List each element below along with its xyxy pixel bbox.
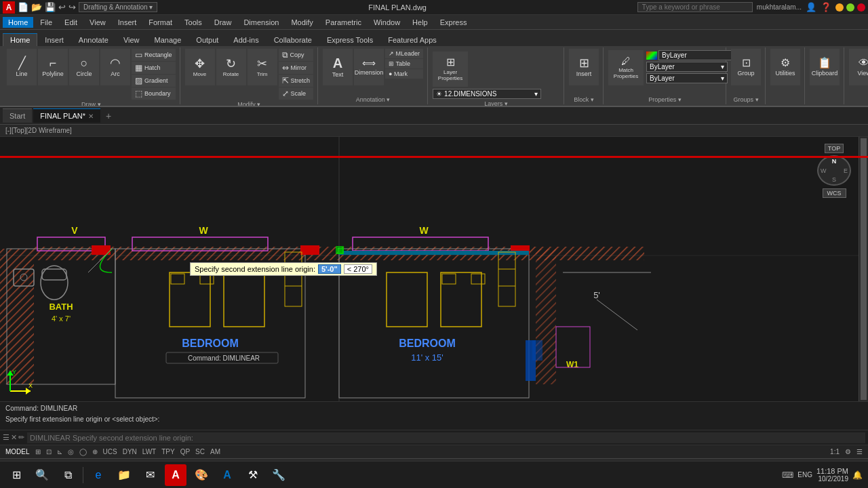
polar-button[interactable]: ◎: [68, 448, 74, 455]
boundary-button[interactable]: ⬚Boundary: [132, 87, 176, 100]
mail-icon[interactable]: ✉: [139, 464, 161, 486]
menu-parametric[interactable]: Parametric: [320, 17, 367, 28]
tool2-icon[interactable]: 🔧: [268, 464, 290, 486]
tab-add-ins[interactable]: Add-ins: [226, 33, 266, 46]
tab-output[interactable]: Output: [189, 33, 226, 46]
menu-express[interactable]: Express: [435, 17, 473, 28]
osnap-button[interactable]: ◯: [79, 448, 87, 455]
cmd-pencil-icon[interactable]: ✏: [18, 433, 24, 442]
autocad-icon[interactable]: A: [165, 464, 186, 486]
command-input[interactable]: [27, 432, 865, 443]
model-indicator[interactable]: MODEL: [5, 448, 30, 455]
redo-icon[interactable]: ↪: [68, 2, 76, 12]
dimension-button[interactable]: ⟺ Dimension: [354, 49, 384, 85]
mirror-button[interactable]: ⇔Mirror: [279, 62, 314, 74]
qp-button[interactable]: QP: [180, 448, 190, 455]
wcs-button[interactable]: WCS: [823, 188, 846, 198]
linetype-dropdown[interactable]: ByLayer ▾: [646, 62, 728, 72]
rectangle-button[interactable]: ▭Rectangle: [132, 49, 176, 61]
acad2-icon[interactable]: A: [216, 464, 238, 486]
task-view-button[interactable]: ⧉: [57, 464, 79, 486]
table-button[interactable]: ⊞ Table: [385, 59, 423, 68]
polyline-button[interactable]: ⌐ Polyline: [38, 49, 68, 85]
cmd-customize-icon[interactable]: ☰: [3, 433, 9, 442]
tab-view[interactable]: View: [116, 33, 147, 46]
scale-indicator[interactable]: 1:1: [830, 448, 840, 455]
gradient-button[interactable]: ▨Gradient: [132, 75, 176, 87]
tab-close-icon[interactable]: ✕: [88, 113, 94, 120]
menu-home[interactable]: Home: [3, 17, 33, 28]
circle-button[interactable]: ○ Circle: [69, 49, 99, 85]
menu-insert[interactable]: Insert: [113, 17, 142, 28]
maximize-button[interactable]: [846, 3, 854, 12]
new-icon[interactable]: 📄: [18, 2, 28, 12]
scrollbar-right[interactable]: [859, 137, 868, 401]
minimize-button[interactable]: [835, 3, 844, 12]
menu-file[interactable]: File: [35, 17, 58, 28]
edge-icon[interactable]: e: [87, 464, 109, 486]
insert-button[interactable]: ⊞ Insert: [569, 49, 599, 85]
trim-button[interactable]: ✂ Trim: [248, 49, 277, 85]
settings-icon[interactable]: ⚙: [845, 448, 851, 455]
menu-format[interactable]: Format: [143, 17, 178, 28]
tab-home[interactable]: Home: [3, 33, 37, 46]
stretch-button[interactable]: ⇱Stretch: [279, 75, 314, 87]
menu-dimension[interactable]: Dimension: [238, 17, 284, 28]
arc-button[interactable]: ◠ Arc: [100, 49, 130, 85]
menu-window[interactable]: Window: [368, 17, 406, 28]
open-icon[interactable]: 📂: [31, 2, 42, 12]
utilities-button[interactable]: ⚙ Utilities: [770, 49, 800, 85]
software-icon[interactable]: 🎨: [191, 464, 212, 486]
grid-button[interactable]: ⊞: [35, 448, 41, 455]
sign-in-icon[interactable]: 👤: [806, 2, 816, 12]
menu-draw[interactable]: Draw: [209, 17, 237, 28]
snap-button[interactable]: ⊡: [46, 448, 52, 455]
clipboard-button[interactable]: 📋 Clipboard: [810, 49, 840, 85]
start-button[interactable]: ⊞: [5, 464, 27, 486]
scale-button[interactable]: ⤢Scale: [279, 87, 314, 100]
group-button[interactable]: ⊡ Group: [731, 49, 761, 85]
tab-express-tools[interactable]: Express Tools: [319, 33, 380, 46]
match-properties-button[interactable]: 🖊 Match Properties: [608, 50, 644, 85]
cmd-close-icon[interactable]: ✕: [11, 433, 17, 442]
tab-start[interactable]: Start: [3, 108, 32, 123]
notification-icon[interactable]: 🔔: [852, 470, 863, 480]
keyword-search[interactable]: [637, 2, 753, 12]
ortho-button[interactable]: ⊾: [57, 448, 62, 455]
help-icon[interactable]: ❓: [821, 2, 831, 12]
tab-final-plan[interactable]: FINAL PLAN* ✕: [33, 108, 100, 123]
sc-button[interactable]: SC: [195, 448, 205, 455]
menu-tools[interactable]: Tools: [179, 17, 208, 28]
menu-modify[interactable]: Modify: [285, 17, 318, 28]
dyn-button[interactable]: DYN: [123, 448, 137, 455]
search-button[interactable]: 🔍: [31, 464, 53, 486]
otrack-button[interactable]: ⊕: [92, 448, 98, 455]
lwt-button[interactable]: LWT: [142, 448, 156, 455]
tab-manage[interactable]: Manage: [147, 33, 189, 46]
canvas[interactable]: V W W BATH: [0, 137, 868, 401]
view-button[interactable]: 👁 View: [849, 49, 868, 85]
keyboard-icon[interactable]: ⌨: [782, 470, 793, 480]
am-button[interactable]: AM: [210, 448, 220, 455]
workspace-dropdown[interactable]: Drafting & Annotation ▾: [79, 2, 157, 12]
workspace-icon[interactable]: ☰: [856, 448, 863, 455]
move-button[interactable]: ✥ Move: [185, 49, 215, 85]
ucs-button[interactable]: UCS: [103, 448, 117, 455]
copy-button[interactable]: ⧉Copy: [279, 49, 314, 61]
layer-dropdown[interactable]: ☀ 12.DIMENSIONS ▾: [433, 89, 541, 99]
explorer-icon[interactable]: 📁: [113, 464, 135, 486]
new-tab-button[interactable]: +: [102, 108, 115, 124]
mleader-button[interactable]: ↗ MLeader: [385, 49, 423, 58]
tab-insert[interactable]: Insert: [37, 33, 71, 46]
tool-icon[interactable]: ⚒: [242, 464, 264, 486]
text-button[interactable]: A Text: [323, 49, 353, 85]
mark-button[interactable]: ● Mark: [385, 69, 423, 79]
tab-collaborate[interactable]: Collaborate: [267, 33, 319, 46]
tab-featured-apps[interactable]: Featured Apps: [380, 33, 444, 46]
tpy-button[interactable]: TPY: [161, 448, 174, 455]
lineweight-dropdown[interactable]: ByLayer ▾: [646, 73, 728, 83]
close-button[interactable]: [857, 3, 865, 12]
menu-help[interactable]: Help: [407, 17, 433, 28]
rotate-button[interactable]: ↻ Rotate: [216, 49, 246, 85]
hatch-button[interactable]: ▦Hatch: [132, 62, 176, 74]
